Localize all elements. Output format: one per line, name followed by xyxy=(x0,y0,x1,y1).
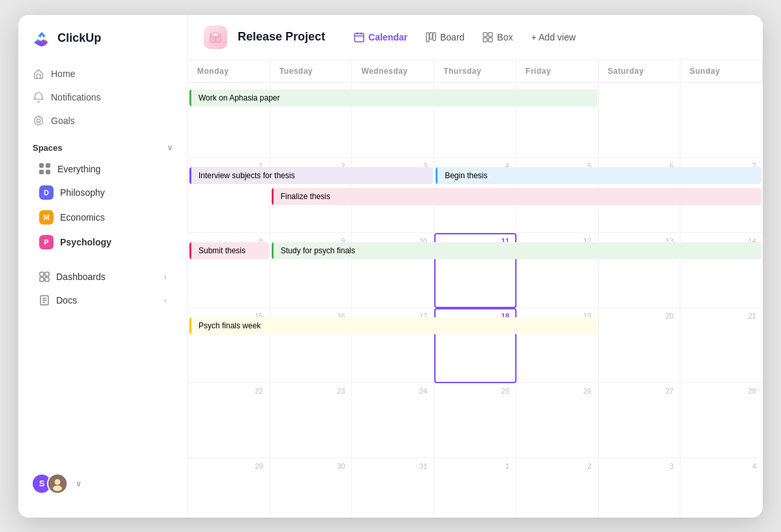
week-grid-4: 22 23 24 25 26 27 28 xyxy=(188,383,763,458)
week5-mon[interactable]: 29 xyxy=(188,458,270,518)
calendar-body: Work on Aphasia paper 1 2 3 4 5 6 7 xyxy=(188,83,763,518)
calendar-wrapper: Monday Tuesday Wednesday Thursday Friday… xyxy=(188,60,763,518)
week5-sat[interactable]: 3 xyxy=(599,458,681,518)
nav-home[interactable]: Home xyxy=(25,62,181,86)
week5-fri[interactable]: 2 xyxy=(517,458,599,518)
event-psych-finals-week[interactable]: Psych finals week xyxy=(189,317,598,334)
event-work-aphasia[interactable]: Work on Aphasia paper xyxy=(189,89,598,106)
day-header-wednesday: Wednesday xyxy=(352,60,434,82)
tab-board[interactable]: Board xyxy=(418,28,472,46)
event-begin-thesis[interactable]: Begin thesis xyxy=(436,167,761,184)
nav-notifications[interactable]: Notifications xyxy=(25,86,181,109)
event-submit-thesis[interactable]: Submit thesis xyxy=(189,242,269,259)
project-cube-icon xyxy=(208,30,223,44)
week-row-2: 8 9 10 11 12 13 14 Submit thesis xyxy=(188,233,763,308)
day-header-thursday: Thursday xyxy=(434,60,517,82)
app-container: ClickUp Home Notifications xyxy=(18,15,763,518)
docs-icon xyxy=(39,295,50,305)
svg-rect-22 xyxy=(426,33,429,42)
psychology-badge: P xyxy=(39,235,54,249)
svg-rect-7 xyxy=(45,277,49,281)
add-view-button[interactable]: + Add view xyxy=(523,28,583,46)
project-icon xyxy=(204,25,227,49)
spaces-header: Spaces ∨ xyxy=(18,133,187,158)
economics-badge: M xyxy=(39,210,54,225)
nav-goals[interactable]: Goals xyxy=(25,109,181,133)
user2-avatar-icon xyxy=(48,473,67,494)
tab-calendar[interactable]: Calendar xyxy=(346,28,415,46)
svg-rect-23 xyxy=(430,33,432,39)
goals-label: Goals xyxy=(51,116,75,126)
week5-tue[interactable]: 30 xyxy=(270,458,353,518)
svg-rect-26 xyxy=(488,33,492,37)
day-header-sunday: Sunday xyxy=(680,60,763,82)
week4-sat[interactable]: 27 xyxy=(599,383,681,458)
week4-wed[interactable]: 24 xyxy=(352,383,434,458)
notifications-label: Notifications xyxy=(51,92,101,102)
week0-sun[interactable] xyxy=(680,83,763,158)
svg-point-13 xyxy=(55,479,61,485)
svg-rect-18 xyxy=(355,33,364,42)
svg-marker-0 xyxy=(38,32,46,39)
project-title: Release Project xyxy=(238,30,325,44)
board-tab-label: Board xyxy=(440,32,464,42)
docs-label: Docs xyxy=(56,295,77,305)
economics-label: Economics xyxy=(60,212,104,223)
sidebar-item-economics[interactable]: M Economics xyxy=(25,205,181,230)
add-view-label: + Add view xyxy=(531,32,575,42)
week4-thu[interactable]: 25 xyxy=(434,383,517,458)
svg-point-2 xyxy=(37,119,40,122)
week5-sun[interactable]: 4 xyxy=(680,458,763,518)
spaces-label: Spaces xyxy=(33,143,63,153)
calendar-header-row: Monday Tuesday Wednesday Thursday Friday… xyxy=(188,60,763,83)
calendar-tab-label: Calendar xyxy=(368,32,407,42)
sidebar-item-dashboards[interactable]: Dashboards › xyxy=(25,265,181,289)
nav-items: Home Notifications Goals xyxy=(18,62,187,133)
tab-box[interactable]: Box xyxy=(475,28,520,46)
psychology-label: Psychology xyxy=(60,237,112,247)
event-study-psych[interactable]: Study for psych finals xyxy=(272,242,761,259)
week4-tue[interactable]: 23 xyxy=(270,383,353,458)
event-finalize-thesis[interactable]: Finalize thesis xyxy=(272,188,761,205)
sidebar-item-docs[interactable]: Docs › xyxy=(25,289,181,312)
box-tab-label: Box xyxy=(497,32,513,42)
everything-icon xyxy=(39,163,51,175)
week3-sat[interactable]: 20 xyxy=(599,308,681,383)
week4-mon[interactable]: 22 xyxy=(188,383,270,458)
week4-fri[interactable]: 26 xyxy=(517,383,599,458)
week5-thu[interactable]: 1 xyxy=(434,458,517,518)
sidebar-item-everything[interactable]: Everything xyxy=(25,158,181,180)
svg-rect-5 xyxy=(45,272,49,276)
clickup-logo-icon xyxy=(31,28,52,49)
svg-point-14 xyxy=(53,485,62,491)
week3-sun[interactable]: 21 xyxy=(680,308,763,383)
week5-wed[interactable]: 31 xyxy=(352,458,434,518)
week4-sun[interactable]: 28 xyxy=(680,383,763,458)
avatar-user2[interactable] xyxy=(47,473,68,494)
home-label: Home xyxy=(51,69,75,79)
svg-point-1 xyxy=(35,116,43,125)
day-header-monday: Monday xyxy=(188,60,270,82)
dashboards-chevron-icon: › xyxy=(164,272,167,281)
week-row-4: 22 23 24 25 26 27 28 xyxy=(188,383,763,458)
logo-text: ClickUp xyxy=(57,31,101,45)
day-header-saturday: Saturday xyxy=(599,60,681,82)
week-row-0: Work on Aphasia paper xyxy=(188,83,763,158)
week-row-5: 29 30 31 1 2 3 4 xyxy=(188,458,763,518)
event-interview-subjects[interactable]: Interview subjects for thesis xyxy=(189,167,433,184)
avatar-group: S xyxy=(31,473,68,494)
user-menu-chevron-icon[interactable]: ∨ xyxy=(76,479,82,488)
sidebar-item-psychology[interactable]: P Psychology xyxy=(25,230,181,255)
spaces-chevron-icon[interactable]: ∨ xyxy=(167,143,173,152)
week-row-3: 15 16 17 18 19 20 21 Psych finals week xyxy=(188,308,763,383)
view-tabs: Calendar Board xyxy=(346,28,584,46)
week0-sat[interactable] xyxy=(599,83,681,158)
sidebar-bottom: S ∨ xyxy=(18,463,187,505)
calendar-icon xyxy=(354,32,364,42)
main-content: Release Project Calendar xyxy=(188,15,763,518)
sidebar-item-philosophy[interactable]: D Philosophy xyxy=(25,180,181,205)
board-icon xyxy=(426,32,436,42)
top-bar: Release Project Calendar xyxy=(188,15,763,60)
svg-rect-28 xyxy=(488,38,492,42)
day-header-friday: Friday xyxy=(517,60,599,82)
